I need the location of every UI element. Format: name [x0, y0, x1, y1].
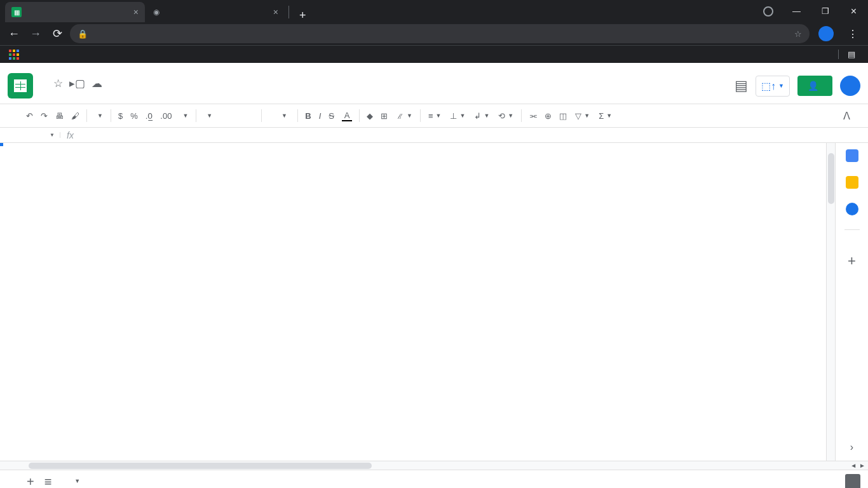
- add-sheet-button[interactable]: +: [27, 475, 34, 489]
- wrap-button[interactable]: ↲▼: [470, 110, 493, 122]
- functions-button[interactable]: Σ▼: [595, 110, 616, 122]
- new-tab-button[interactable]: +: [293, 9, 313, 22]
- move-icon[interactable]: ▸▢: [69, 77, 85, 90]
- menu-data[interactable]: [97, 92, 107, 95]
- menu-help[interactable]: [131, 92, 141, 95]
- text-color-button[interactable]: A: [339, 108, 355, 124]
- menu-file[interactable]: [39, 92, 50, 95]
- sheet-tab-active[interactable]: ▼: [62, 472, 89, 489]
- paint-format-button[interactable]: 🖌: [68, 109, 83, 123]
- bookmark-star-icon[interactable]: ☆: [794, 29, 802, 39]
- comment-button[interactable]: ⊕: [541, 109, 555, 123]
- italic-button[interactable]: I: [316, 109, 325, 123]
- side-panel: + ›: [835, 143, 868, 461]
- vertical-scrollbar[interactable]: [826, 143, 835, 461]
- redo-button[interactable]: ↷: [37, 109, 51, 123]
- percent-button[interactable]: %: [127, 109, 141, 123]
- currency-button[interactable]: $: [115, 109, 126, 123]
- calendar-app-icon[interactable]: [846, 149, 858, 162]
- v-align-button[interactable]: ⊥▼: [446, 110, 469, 122]
- font-size-select[interactable]: ▼: [266, 111, 294, 120]
- add-app-icon[interactable]: +: [848, 253, 856, 269]
- zoom-select[interactable]: ▼: [91, 111, 107, 120]
- menu-bar: [39, 92, 735, 95]
- name-box[interactable]: ▼: [0, 132, 60, 138]
- close-window-icon[interactable]: ×: [839, 6, 868, 17]
- person-icon: 👤: [808, 81, 818, 91]
- sheets-logo-icon[interactable]: [8, 73, 33, 98]
- forward-button[interactable]: →: [27, 25, 44, 43]
- present-button[interactable]: ⬚↑ ▼: [756, 76, 790, 97]
- fill-handle[interactable]: [0, 143, 3, 146]
- filter-button[interactable]: ▽▼: [571, 110, 593, 122]
- lock-icon: 🔒: [78, 29, 88, 39]
- document-title[interactable]: [39, 82, 47, 85]
- star-icon[interactable]: ☆: [53, 77, 63, 90]
- undo-button[interactable]: ↶: [23, 109, 36, 123]
- chevron-down-icon: ▼: [50, 132, 55, 138]
- menu-format[interactable]: [85, 92, 95, 95]
- close-tab-icon[interactable]: ×: [133, 7, 139, 17]
- chrome-menu-icon[interactable]: ⋮: [843, 28, 863, 40]
- increase-decimal-button[interactable]: .00: [157, 109, 175, 123]
- hide-panel-icon[interactable]: ›: [850, 442, 853, 453]
- present-icon: ⬚↑: [761, 80, 776, 92]
- menu-tools[interactable]: [108, 92, 118, 95]
- chevron-down-icon: ▼: [778, 83, 784, 89]
- explore-button[interactable]: [845, 474, 860, 488]
- chevron-down-icon: ▼: [74, 478, 80, 484]
- reading-list-button[interactable]: ▤: [838, 50, 859, 59]
- menu-addons[interactable]: [119, 92, 130, 95]
- globe-favicon-icon: ◉: [151, 7, 161, 17]
- tasks-app-icon[interactable]: [846, 203, 858, 215]
- sheets-favicon-icon: ▦: [11, 7, 22, 17]
- profile-avatar[interactable]: [818, 26, 834, 41]
- account-switcher-icon[interactable]: [763, 6, 773, 17]
- formula-input[interactable]: [80, 128, 868, 142]
- chart-button[interactable]: ◫: [556, 109, 570, 123]
- account-avatar[interactable]: [840, 76, 860, 96]
- reload-button[interactable]: ⟳: [48, 25, 66, 43]
- number-format-select[interactable]: ▼: [176, 111, 192, 120]
- link-button[interactable]: ⫘: [526, 109, 540, 123]
- selection-box: [0, 143, 3, 146]
- minimize-window-icon[interactable]: —: [782, 6, 811, 16]
- browser-tab-active[interactable]: ▦ ×: [5, 2, 145, 22]
- apps-shortcut[interactable]: [9, 50, 24, 60]
- collapse-toolbar-icon[interactable]: ᐱ: [843, 110, 862, 122]
- share-button[interactable]: 👤: [797, 76, 832, 96]
- comments-icon[interactable]: ▤: [735, 78, 748, 94]
- toolbar: ↶ ↷ 🖶 🖌 ▼ $ % .0̲ .00 ▼ ▼ ▼ B I S A ◆ ⊞ …: [0, 104, 868, 128]
- bold-button[interactable]: B: [302, 109, 314, 123]
- menu-insert[interactable]: [74, 92, 84, 95]
- fill-color-button[interactable]: ◆: [363, 109, 376, 123]
- print-button[interactable]: 🖶: [52, 109, 67, 123]
- reading-list-icon: ▤: [848, 50, 855, 59]
- last-edit-link[interactable]: [149, 92, 159, 95]
- merge-cells-button[interactable]: ⫽▼: [392, 110, 416, 122]
- all-sheets-button[interactable]: ≡: [44, 475, 52, 489]
- close-tab-icon[interactable]: ×: [273, 7, 278, 17]
- fx-icon: fx: [60, 130, 80, 140]
- horizontal-scrollbar[interactable]: ◄►: [0, 461, 868, 470]
- keep-app-icon[interactable]: [846, 176, 858, 189]
- apps-grid-icon: [9, 50, 19, 60]
- maximize-window-icon[interactable]: ❐: [811, 6, 839, 16]
- font-select[interactable]: ▼: [200, 111, 257, 120]
- decrease-decimal-button[interactable]: .0̲: [142, 109, 156, 123]
- menu-edit[interactable]: [51, 92, 61, 95]
- menu-view[interactable]: [62, 92, 72, 95]
- borders-button[interactable]: ⊞: [377, 109, 391, 123]
- rotate-button[interactable]: ⟲▼: [494, 110, 517, 122]
- cloud-status-icon[interactable]: ☁: [92, 77, 102, 90]
- strikethrough-button[interactable]: S: [325, 109, 337, 123]
- back-button[interactable]: ←: [5, 25, 23, 43]
- h-align-button[interactable]: ≡▼: [424, 110, 445, 122]
- address-bar[interactable]: 🔒 ☆: [70, 24, 810, 43]
- browser-tab-inactive[interactable]: ◉ ×: [145, 2, 285, 22]
